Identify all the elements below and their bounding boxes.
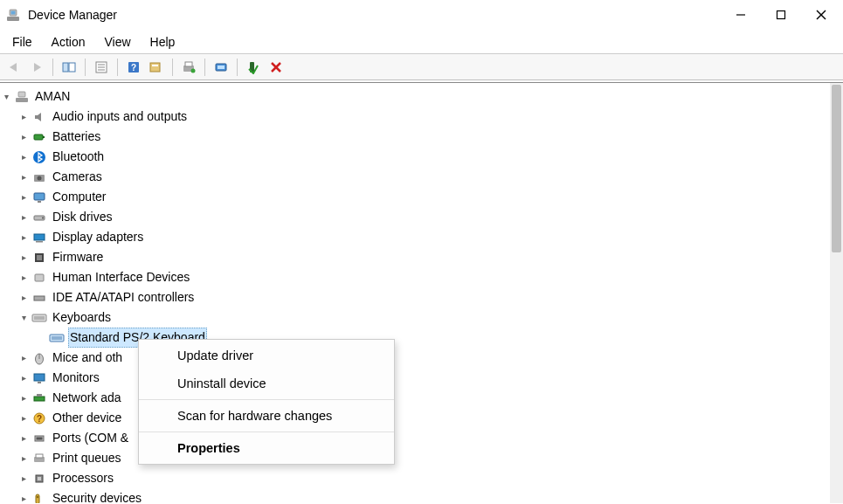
tree-node[interactable]: ▸ Processors (0, 468, 843, 488)
vertical-scrollbar[interactable] (830, 83, 843, 503)
node-label[interactable]: Mice and oth (51, 349, 124, 368)
enable-device-button[interactable] (243, 57, 264, 78)
node-label[interactable]: Human Interface Devices (51, 268, 191, 287)
node-label[interactable]: Ports (COM & (51, 429, 130, 448)
tree-node-root[interactable]: ▾ AMAN (0, 86, 843, 107)
tree-node[interactable]: ▸ Batteries (0, 127, 843, 147)
node-label[interactable]: Batteries (51, 128, 102, 147)
collapse-arrow-icon[interactable]: ▸ (17, 372, 30, 384)
device-tree[interactable]: ▾ AMAN ▸ Audio inputs and outputs ▸ Batt… (0, 83, 843, 503)
context-uninstall-device[interactable]: Uninstall device (139, 369, 394, 397)
node-label[interactable]: Other device (51, 409, 123, 428)
menu-action[interactable]: Action (43, 31, 94, 52)
context-properties[interactable]: Properties (139, 434, 394, 462)
uninstall-device-button[interactable] (266, 57, 287, 78)
scan-hardware-button[interactable] (211, 57, 231, 78)
forward-button[interactable] (26, 57, 47, 78)
camera-icon (31, 170, 47, 184)
svg-point-31 (38, 176, 42, 180)
toolbar-sep (85, 59, 86, 76)
print-button[interactable] (178, 57, 199, 78)
svg-rect-16 (152, 65, 158, 66)
tree-node[interactable]: ▸ Human Interface Devices (0, 267, 843, 287)
minimize-button[interactable] (721, 0, 761, 30)
toolbar-sep (172, 59, 173, 76)
tree-node-keyboards[interactable]: ▾ Keyboards (0, 307, 843, 328)
collapse-arrow-icon[interactable]: ▸ (17, 493, 30, 504)
svg-rect-40 (35, 274, 44, 281)
node-label[interactable]: Print queues (51, 449, 123, 468)
node-label[interactable]: AMAN (33, 87, 72, 107)
tree-node[interactable]: ▸ Bluetooth (0, 147, 843, 167)
svg-rect-28 (43, 136, 45, 138)
svg-rect-59 (36, 454, 43, 458)
svg-rect-15 (150, 63, 160, 72)
collapse-arrow-icon[interactable]: ▸ (17, 131, 30, 143)
tree-node[interactable]: ▸ ? Other device (0, 408, 843, 428)
collapse-arrow-icon[interactable]: ▸ (17, 272, 30, 284)
collapse-arrow-icon[interactable]: ▸ (17, 432, 30, 445)
node-label[interactable]: Disk drives (51, 208, 114, 227)
menu-help[interactable]: Help (142, 31, 184, 52)
menu-file[interactable]: File (3, 31, 41, 52)
node-label[interactable]: Audio inputs and outputs (51, 107, 189, 127)
tree-node[interactable]: ▸ Mice and oth (0, 348, 843, 368)
node-label[interactable]: IDE ATA/ATAPI controllers (51, 288, 196, 307)
collapse-arrow-icon[interactable]: ▸ (17, 352, 30, 364)
action-button[interactable] (146, 57, 167, 78)
back-button[interactable] (3, 57, 24, 78)
tree-node[interactable]: ▸ Cameras (0, 167, 843, 187)
collapse-arrow-icon[interactable]: ▸ (17, 292, 30, 304)
device-manager-icon (5, 7, 21, 23)
node-label[interactable]: Cameras (51, 168, 104, 187)
node-label[interactable]: Processors (51, 469, 115, 488)
node-label[interactable]: Display adapters (51, 228, 145, 247)
properties-button[interactable] (91, 57, 112, 78)
scrollbar-thumb[interactable] (832, 85, 841, 252)
device-tree-area: ▾ AMAN ▸ Audio inputs and outputs ▸ Batt… (0, 83, 843, 503)
tree-node[interactable]: ▸ Security devices (0, 488, 843, 503)
svg-rect-8 (69, 63, 75, 72)
tree-node[interactable]: ▸ Print queues (0, 448, 843, 468)
collapse-arrow-icon[interactable]: ▸ (17, 211, 30, 224)
menu-view[interactable]: View (95, 31, 139, 52)
collapse-arrow-icon[interactable]: ▸ (17, 171, 30, 183)
tree-node[interactable]: ▸ Computer (0, 187, 843, 207)
collapse-arrow-icon[interactable]: ▸ (17, 111, 30, 123)
tree-node[interactable]: ▸ Monitors (0, 368, 843, 388)
tree-node[interactable]: ▸ Display adapters (0, 227, 843, 247)
collapse-arrow-icon[interactable]: ▸ (17, 252, 30, 264)
collapse-arrow-icon[interactable]: ▸ (17, 392, 30, 404)
tree-node[interactable]: ▸ Disk drives (0, 207, 843, 227)
show-hide-tree-button[interactable] (59, 57, 79, 78)
tree-node[interactable]: ▸ Network ada (0, 388, 843, 408)
maximize-button[interactable] (761, 0, 801, 30)
context-scan-hardware[interactable]: Scan for hardware changes (139, 402, 394, 430)
collapse-arrow-icon[interactable]: ▸ (17, 191, 30, 204)
node-label[interactable]: Firmware (51, 248, 105, 267)
context-update-driver[interactable]: Update driver (139, 342, 394, 369)
expand-arrow-icon[interactable]: ▾ (0, 91, 12, 103)
node-label[interactable]: Monitors (51, 369, 101, 388)
node-label[interactable]: Bluetooth (51, 148, 106, 167)
tree-node[interactable]: ▸ Firmware (0, 247, 843, 267)
node-label[interactable]: Network ada (51, 389, 123, 408)
collapse-arrow-icon[interactable]: ▸ (17, 473, 30, 485)
tree-node[interactable]: ▸ Audio inputs and outputs (0, 107, 843, 127)
help-button[interactable]: ? (123, 57, 144, 78)
node-label[interactable]: Security devices (51, 489, 143, 503)
close-button[interactable] (801, 0, 841, 30)
tree-node-ps2-keyboard[interactable]: Standard PS/2 Keyboard (0, 328, 843, 348)
collapse-arrow-icon[interactable]: ▸ (17, 151, 30, 163)
collapse-arrow-icon[interactable]: ▸ (17, 412, 30, 425)
tree-node[interactable]: ▸ IDE ATA/ATAPI controllers (0, 287, 843, 307)
node-label[interactable]: Keyboards (51, 308, 113, 328)
collapse-arrow-icon[interactable]: ▸ (17, 231, 30, 244)
mouse-icon (31, 351, 47, 365)
node-label[interactable]: Computer (51, 188, 107, 207)
svg-text:?: ? (37, 414, 42, 424)
expand-arrow-icon[interactable]: ▾ (17, 312, 30, 324)
tree-node[interactable]: ▸ Ports (COM & (0, 428, 843, 448)
svg-rect-62 (36, 494, 39, 504)
collapse-arrow-icon[interactable]: ▸ (17, 452, 30, 465)
